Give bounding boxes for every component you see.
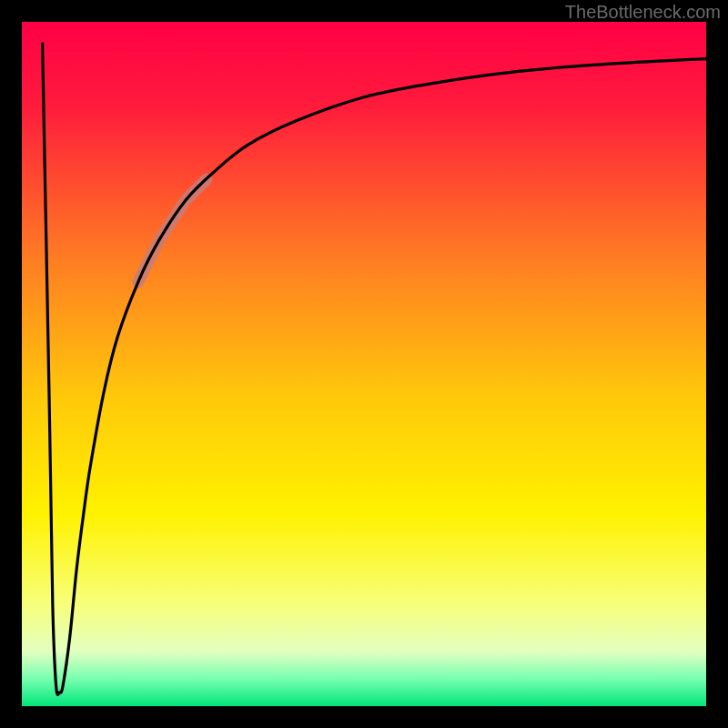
bottleneck-chart: [0, 0, 728, 728]
plot-background: [22, 22, 706, 706]
watermark-text: TheBottleneck.com: [565, 2, 721, 23]
plot-frame-bottom: [0, 706, 728, 728]
chart-container: TheBottleneck.com: [0, 0, 728, 728]
plot-frame-right: [706, 0, 728, 728]
plot-frame-left: [0, 0, 22, 728]
